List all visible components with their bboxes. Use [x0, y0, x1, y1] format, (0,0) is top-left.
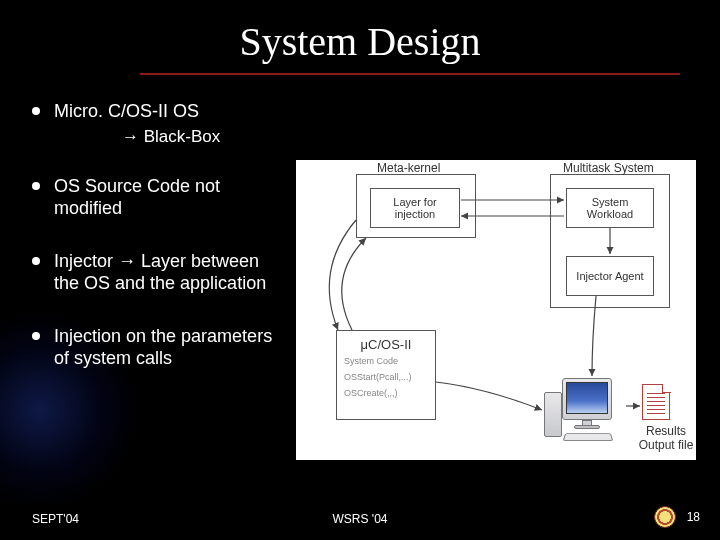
computer-icon — [544, 378, 624, 448]
bullet-dot-icon — [32, 332, 40, 340]
system-workload-label: System Workload — [569, 196, 651, 220]
bullet-dot-icon — [32, 257, 40, 265]
footer-center: WSRS '04 — [333, 512, 388, 526]
multitask-label: Multitask System — [563, 161, 654, 175]
injector-agent-label: Injector Agent — [576, 270, 643, 282]
bullet-item: Injection on the parameters of system ca… — [32, 325, 282, 370]
results-label: Results Output file — [636, 424, 696, 453]
bullet-text: OS Source Code not modified — [54, 175, 282, 220]
ucos-title: μC/OS-II — [361, 337, 412, 352]
injector-agent-box: Injector Agent — [566, 256, 654, 296]
bullet-dot-icon — [32, 107, 40, 115]
title-area: System Design — [0, 18, 720, 75]
bullet-subtext: → Black-Box — [122, 127, 282, 147]
layer-injection-label: Layer for injection — [373, 196, 457, 220]
system-workload-box: System Workload — [566, 188, 654, 228]
page-number: 18 — [687, 510, 700, 524]
layer-injection-box: Layer for injection — [370, 188, 460, 228]
file-lines-icon — [647, 393, 665, 415]
monitor-screen-icon — [566, 382, 608, 414]
monitor-base-icon — [574, 425, 600, 429]
bullet-text: Injection on the parameters of system ca… — [54, 325, 282, 370]
footer: SEPT'04 WSRS '04 18 — [0, 504, 720, 528]
bullet-dot-icon — [32, 182, 40, 190]
keyboard-icon — [563, 433, 614, 441]
bullet-text: Injector → Layer between the OS and the … — [54, 250, 282, 295]
title-underline — [140, 73, 680, 75]
meta-kernel-label: Meta-kernel — [377, 161, 440, 175]
ucos-line-2: OSStart(Pcall,...) — [344, 372, 412, 384]
tower-icon — [544, 392, 562, 437]
diagram-figure: Meta-kernel Layer for injection Multitas… — [296, 160, 696, 460]
footer-left: SEPT'04 — [32, 512, 79, 526]
slide-title: System Design — [229, 18, 490, 67]
bullet-text: Micro. C/OS-II OS — [54, 100, 199, 123]
bullet-list: Micro. C/OS-II OS → Black-Box OS Source … — [32, 100, 282, 400]
bullet-item: Injector → Layer between the OS and the … — [32, 250, 282, 295]
results-file-icon — [642, 384, 670, 420]
bullet-item: Micro. C/OS-II OS — [32, 100, 282, 123]
ucos-line-1: System Code — [344, 356, 398, 368]
footer-logo-icon — [654, 506, 676, 528]
ucos-line-3: OSCreate(,,,) — [344, 388, 398, 400]
bullet-item: OS Source Code not modified — [32, 175, 282, 220]
